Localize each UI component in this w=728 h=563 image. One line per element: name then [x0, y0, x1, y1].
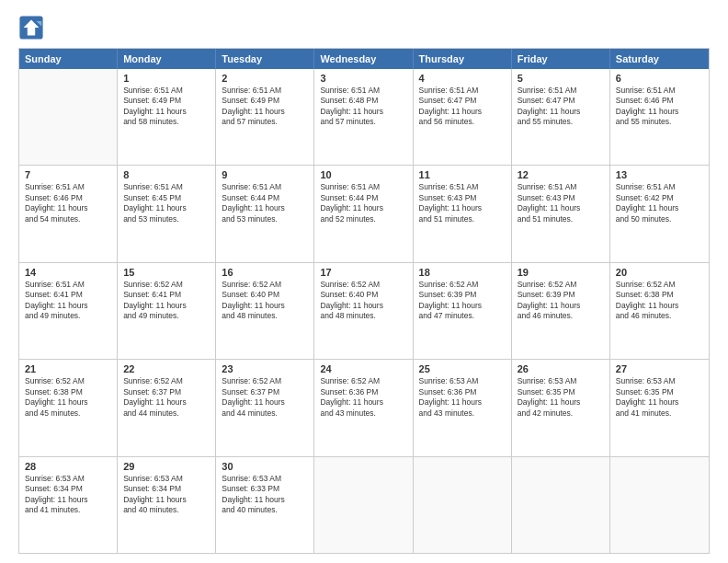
- day-info: Sunrise: 6:53 AM Sunset: 6:36 PM Dayligh…: [419, 376, 506, 419]
- calendar-body: 1Sunrise: 6:51 AM Sunset: 6:49 PM Daylig…: [19, 69, 709, 553]
- header-day-sunday: Sunday: [19, 49, 118, 69]
- calendar-cell: 27Sunrise: 6:53 AM Sunset: 6:35 PM Dayli…: [610, 360, 709, 455]
- day-info: Sunrise: 6:53 AM Sunset: 6:35 PM Dayligh…: [616, 376, 703, 419]
- day-number: 23: [222, 363, 308, 374]
- calendar-cell: [512, 457, 610, 553]
- calendar-cell: 22Sunrise: 6:52 AM Sunset: 6:37 PM Dayli…: [118, 360, 216, 455]
- day-number: 18: [419, 267, 506, 278]
- calendar: SundayMondayTuesdayWednesdayThursdayFrid…: [18, 48, 710, 554]
- calendar-cell: 19Sunrise: 6:52 AM Sunset: 6:39 PM Dayli…: [512, 263, 610, 359]
- day-number: 16: [222, 267, 308, 278]
- calendar-cell: 3Sunrise: 6:51 AM Sunset: 6:48 PM Daylig…: [314, 69, 413, 165]
- calendar-cell: 28Sunrise: 6:53 AM Sunset: 6:34 PM Dayli…: [19, 457, 118, 553]
- day-info: Sunrise: 6:51 AM Sunset: 6:45 PM Dayligh…: [123, 182, 210, 224]
- day-info: Sunrise: 6:51 AM Sunset: 6:43 PM Dayligh…: [419, 182, 506, 224]
- day-number: 22: [123, 363, 210, 374]
- calendar-cell: 18Sunrise: 6:52 AM Sunset: 6:39 PM Dayli…: [414, 263, 512, 359]
- day-number: 9: [222, 169, 308, 180]
- day-number: 19: [518, 267, 604, 278]
- calendar-cell: 21Sunrise: 6:52 AM Sunset: 6:38 PM Dayli…: [19, 360, 118, 455]
- day-info: Sunrise: 6:52 AM Sunset: 6:36 PM Dayligh…: [320, 376, 406, 419]
- day-number: 2: [222, 73, 308, 84]
- day-number: 24: [320, 363, 406, 374]
- calendar-cell: 6Sunrise: 6:51 AM Sunset: 6:46 PM Daylig…: [610, 69, 709, 165]
- day-info: Sunrise: 6:52 AM Sunset: 6:40 PM Dayligh…: [222, 280, 308, 322]
- day-number: 27: [616, 363, 703, 374]
- day-info: Sunrise: 6:51 AM Sunset: 6:43 PM Dayligh…: [518, 182, 604, 224]
- calendar-cell: 25Sunrise: 6:53 AM Sunset: 6:36 PM Dayli…: [414, 360, 512, 455]
- calendar-cell: 1Sunrise: 6:51 AM Sunset: 6:49 PM Daylig…: [118, 69, 216, 165]
- day-info: Sunrise: 6:53 AM Sunset: 6:35 PM Dayligh…: [518, 376, 604, 419]
- calendar-cell: [610, 457, 709, 553]
- day-number: 12: [518, 169, 604, 180]
- day-number: 7: [25, 169, 111, 180]
- day-info: Sunrise: 6:51 AM Sunset: 6:49 PM Dayligh…: [222, 86, 308, 128]
- day-number: 6: [616, 73, 703, 84]
- calendar-cell: 14Sunrise: 6:51 AM Sunset: 6:41 PM Dayli…: [19, 263, 118, 359]
- day-number: 11: [419, 169, 506, 180]
- day-number: 1: [123, 73, 210, 84]
- day-number: 25: [419, 363, 506, 374]
- day-number: 3: [320, 73, 406, 84]
- calendar-row-4: 21Sunrise: 6:52 AM Sunset: 6:38 PM Dayli…: [19, 359, 709, 455]
- header-day-wednesday: Wednesday: [314, 49, 413, 69]
- day-number: 28: [25, 461, 111, 472]
- calendar-cell: 30Sunrise: 6:53 AM Sunset: 6:33 PM Dayli…: [216, 457, 314, 553]
- calendar-cell: 20Sunrise: 6:52 AM Sunset: 6:38 PM Dayli…: [610, 263, 709, 359]
- page: SundayMondayTuesdayWednesdayThursdayFrid…: [0, 0, 728, 563]
- day-number: 26: [518, 363, 604, 374]
- day-info: Sunrise: 6:52 AM Sunset: 6:38 PM Dayligh…: [25, 376, 111, 419]
- day-info: Sunrise: 6:51 AM Sunset: 6:42 PM Dayligh…: [616, 182, 703, 224]
- day-info: Sunrise: 6:52 AM Sunset: 6:40 PM Dayligh…: [320, 280, 406, 322]
- calendar-cell: 15Sunrise: 6:52 AM Sunset: 6:41 PM Dayli…: [118, 263, 216, 359]
- calendar-cell: 2Sunrise: 6:51 AM Sunset: 6:49 PM Daylig…: [216, 69, 314, 165]
- calendar-row-1: 1Sunrise: 6:51 AM Sunset: 6:49 PM Daylig…: [19, 69, 709, 165]
- day-number: 30: [222, 461, 308, 472]
- day-number: 21: [25, 363, 111, 374]
- day-info: Sunrise: 6:53 AM Sunset: 6:33 PM Dayligh…: [222, 474, 308, 516]
- day-info: Sunrise: 6:51 AM Sunset: 6:48 PM Dayligh…: [320, 86, 406, 128]
- calendar-header: SundayMondayTuesdayWednesdayThursdayFrid…: [19, 49, 709, 69]
- day-info: Sunrise: 6:52 AM Sunset: 6:39 PM Dayligh…: [518, 280, 604, 322]
- day-number: 10: [320, 169, 406, 180]
- day-info: Sunrise: 6:52 AM Sunset: 6:37 PM Dayligh…: [123, 376, 210, 419]
- header-day-monday: Monday: [118, 49, 216, 69]
- day-number: 8: [123, 169, 210, 180]
- calendar-cell: 13Sunrise: 6:51 AM Sunset: 6:42 PM Dayli…: [610, 166, 709, 261]
- calendar-cell: 4Sunrise: 6:51 AM Sunset: 6:47 PM Daylig…: [414, 69, 512, 165]
- calendar-cell: 26Sunrise: 6:53 AM Sunset: 6:35 PM Dayli…: [512, 360, 610, 455]
- header-day-thursday: Thursday: [414, 49, 512, 69]
- calendar-cell: [19, 69, 118, 165]
- logo-icon: [18, 15, 44, 40]
- day-info: Sunrise: 6:51 AM Sunset: 6:49 PM Dayligh…: [123, 86, 210, 128]
- day-info: Sunrise: 6:51 AM Sunset: 6:46 PM Dayligh…: [25, 182, 111, 224]
- day-info: Sunrise: 6:52 AM Sunset: 6:41 PM Dayligh…: [123, 280, 210, 322]
- day-info: Sunrise: 6:52 AM Sunset: 6:37 PM Dayligh…: [222, 376, 308, 419]
- day-info: Sunrise: 6:51 AM Sunset: 6:47 PM Dayligh…: [419, 86, 506, 128]
- day-info: Sunrise: 6:51 AM Sunset: 6:47 PM Dayligh…: [518, 86, 604, 128]
- calendar-cell: 23Sunrise: 6:52 AM Sunset: 6:37 PM Dayli…: [216, 360, 314, 455]
- calendar-row-2: 7Sunrise: 6:51 AM Sunset: 6:46 PM Daylig…: [19, 165, 709, 261]
- calendar-cell: 11Sunrise: 6:51 AM Sunset: 6:43 PM Dayli…: [414, 166, 512, 261]
- header-day-tuesday: Tuesday: [216, 49, 314, 69]
- day-info: Sunrise: 6:51 AM Sunset: 6:46 PM Dayligh…: [616, 86, 703, 128]
- day-number: 20: [616, 267, 703, 278]
- header-day-friday: Friday: [512, 49, 610, 69]
- day-info: Sunrise: 6:53 AM Sunset: 6:34 PM Dayligh…: [123, 474, 210, 516]
- calendar-row-3: 14Sunrise: 6:51 AM Sunset: 6:41 PM Dayli…: [19, 262, 709, 359]
- day-number: 14: [25, 267, 111, 278]
- day-info: Sunrise: 6:51 AM Sunset: 6:44 PM Dayligh…: [320, 182, 406, 224]
- calendar-cell: 5Sunrise: 6:51 AM Sunset: 6:47 PM Daylig…: [512, 69, 610, 165]
- day-number: 15: [123, 267, 210, 278]
- day-info: Sunrise: 6:51 AM Sunset: 6:44 PM Dayligh…: [222, 182, 308, 224]
- calendar-cell: 10Sunrise: 6:51 AM Sunset: 6:44 PM Dayli…: [314, 166, 413, 261]
- calendar-cell: 29Sunrise: 6:53 AM Sunset: 6:34 PM Dayli…: [118, 457, 216, 553]
- day-number: 13: [616, 169, 703, 180]
- calendar-cell: 7Sunrise: 6:51 AM Sunset: 6:46 PM Daylig…: [19, 166, 118, 261]
- calendar-cell: 8Sunrise: 6:51 AM Sunset: 6:45 PM Daylig…: [118, 166, 216, 261]
- day-info: Sunrise: 6:52 AM Sunset: 6:38 PM Dayligh…: [616, 280, 703, 322]
- header-day-saturday: Saturday: [610, 49, 709, 69]
- day-info: Sunrise: 6:51 AM Sunset: 6:41 PM Dayligh…: [25, 280, 111, 322]
- calendar-cell: [414, 457, 512, 553]
- calendar-cell: 24Sunrise: 6:52 AM Sunset: 6:36 PM Dayli…: [314, 360, 413, 455]
